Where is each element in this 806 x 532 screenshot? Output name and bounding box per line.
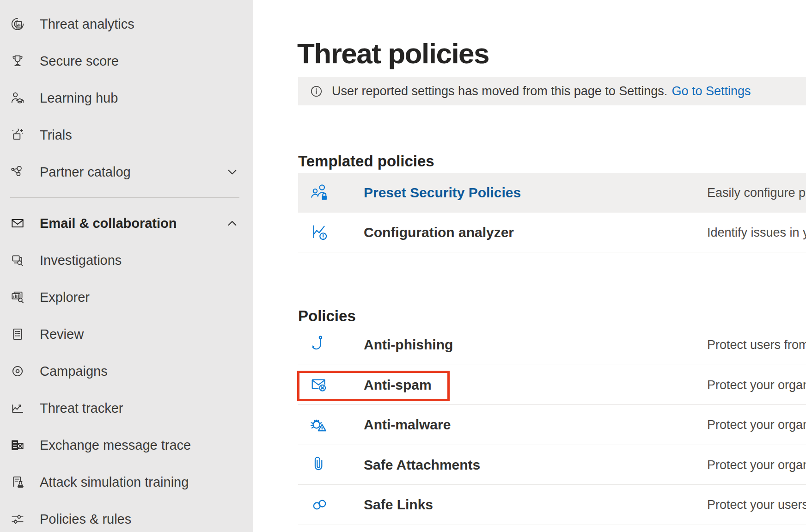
sidebar-item-label: Policies & rules <box>40 512 131 527</box>
policy-row[interactable]: Anti-malware Protect your organiz <box>298 405 806 445</box>
sidebar-item-label: Secure score <box>40 54 119 69</box>
sidebar-item[interactable]: Secure score <box>0 43 253 79</box>
main-content: Threat policies User reported settings h… <box>253 0 806 532</box>
sidebar-item[interactable]: Exchange message trace <box>0 427 253 464</box>
policy-row-description: Identify issues in you <box>707 226 806 240</box>
sidebar-item-label: Email & collaboration <box>40 216 177 231</box>
templated-policies-heading: Templated policies <box>298 153 434 170</box>
policy-row-description: Protect your organiz <box>707 378 806 392</box>
sidebar-item[interactable]: Explorer <box>0 279 253 316</box>
policy-row-label: Preset Security Policies <box>364 185 521 201</box>
policy-row[interactable]: Configuration analyzer Identify issues i… <box>298 213 806 252</box>
investigations-icon <box>10 252 25 268</box>
anti-phishing-icon <box>309 334 330 355</box>
email-collaboration-icon <box>10 215 25 231</box>
threat-tracker-icon <box>10 400 25 416</box>
sidebar-item-label: Explorer <box>40 290 90 305</box>
sidebar-item[interactable]: Attack simulation training <box>0 464 253 501</box>
divider-line <box>10 197 239 198</box>
sidebar-item-label: Exchange message trace <box>40 438 191 453</box>
secure-score-icon <box>10 53 25 69</box>
policy-row[interactable]: Anti-spam Protect your organiz <box>298 365 806 405</box>
banner-text: User reported settings has moved from th… <box>332 84 667 98</box>
policy-row[interactable]: Safe Attachments Protect your organiz <box>298 445 806 485</box>
policy-row[interactable]: Preset Security Policies Easily configur… <box>298 173 806 213</box>
sidebar-item[interactable]: Threat tracker <box>0 390 253 427</box>
explorer-icon <box>10 289 25 305</box>
sidebar-item-label: Threat analytics <box>40 17 134 32</box>
policies-heading: Policies <box>298 307 356 325</box>
policy-row-label: Safe Attachments <box>364 457 480 473</box>
sidebar-item-label: Review <box>40 327 84 342</box>
policy-row[interactable]: Safe Links Protect your users fr <box>298 485 806 525</box>
info-icon <box>310 85 323 98</box>
policy-row[interactable]: Anti-phishing Protect users from p <box>298 325 806 365</box>
sidebar-item-label: Learning hub <box>40 91 118 106</box>
policies-list: Anti-phishing Protect users from p Anti-… <box>298 325 806 525</box>
policy-row-label: Safe Links <box>364 497 433 513</box>
learning-hub-icon <box>10 90 25 106</box>
sidebar-item[interactable]: Trials <box>0 116 253 153</box>
trials-icon <box>10 127 25 143</box>
anti-spam-icon <box>309 374 330 396</box>
policy-row-label: Anti-spam <box>364 377 432 393</box>
sidebar-item[interactable]: Learning hub <box>0 79 253 116</box>
sidebar-item[interactable]: Investigations <box>0 242 253 279</box>
go-to-settings-link[interactable]: Go to Settings <box>672 84 751 98</box>
campaigns-icon <box>10 363 25 379</box>
exchange-message-trace-icon <box>10 437 25 453</box>
safe-attachments-icon <box>309 454 330 476</box>
sidebar-item-label: Campaigns <box>40 364 108 379</box>
sidebar-item-label: Investigations <box>40 253 122 268</box>
info-banner: User reported settings has moved from th… <box>298 77 806 105</box>
sidebar-item[interactable]: Campaigns <box>0 353 253 390</box>
sidebar-nav: Threat analytics Secure score Learning h… <box>0 0 253 532</box>
templated-policies-list: Preset Security Policies Easily configur… <box>298 173 806 252</box>
sidebar-item-label: Partner catalog <box>40 165 131 180</box>
sidebar-item[interactable]: Threat analytics <box>0 6 253 43</box>
review-icon <box>10 326 25 342</box>
sidebar-item-label: Threat tracker <box>40 401 123 416</box>
policy-row-label: Anti-malware <box>364 417 451 433</box>
policy-row-label: Anti-phishing <box>364 337 453 353</box>
sidebar-item[interactable]: Email & collaboration <box>0 205 253 242</box>
attack-simulation-training-icon <box>10 474 25 490</box>
anti-malware-icon <box>309 414 330 435</box>
policy-row-description: Protect your organiz <box>707 418 806 432</box>
sidebar-item[interactable]: Partner catalog <box>0 153 253 190</box>
page-title: Threat policies <box>297 37 489 70</box>
sidebar-item-label: Trials <box>40 128 72 143</box>
partner-catalog-icon <box>10 164 25 180</box>
sidebar-divider <box>0 190 253 205</box>
policies-rules-icon <box>10 511 25 527</box>
policy-row-description: Protect your organiz <box>707 458 806 472</box>
policy-row-label: Configuration analyzer <box>364 225 514 240</box>
policy-row-description: Protect users from p <box>707 338 806 352</box>
threat-analytics-icon <box>10 16 25 32</box>
configuration-analyzer-icon <box>309 222 330 243</box>
sidebar-item-label: Attack simulation training <box>40 475 189 490</box>
chevron-up-icon[interactable] <box>225 216 239 231</box>
policy-row-description: Easily configure prot <box>707 186 806 200</box>
preset-security-policies-icon <box>309 182 330 203</box>
chevron-down-icon[interactable] <box>225 165 239 179</box>
policy-row-description: Protect your users fr <box>707 498 806 512</box>
sidebar-item[interactable]: Review <box>0 316 253 353</box>
safe-links-icon <box>309 494 330 515</box>
sidebar-item[interactable]: Policies & rules <box>0 501 253 532</box>
